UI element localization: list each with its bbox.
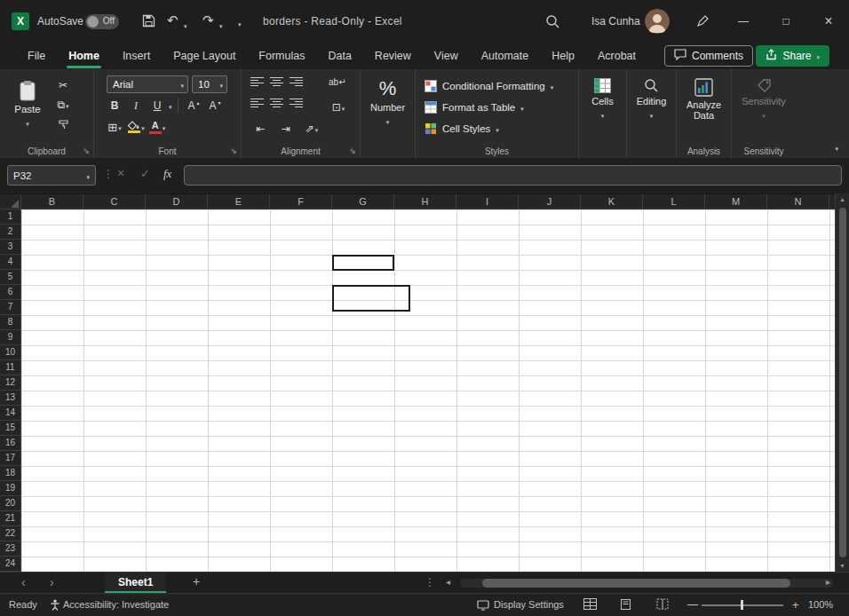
undo-dropdown-icon[interactable] [184, 19, 187, 31]
row-header[interactable]: 21 [0, 511, 20, 526]
comments-button[interactable]: Comments [664, 45, 753, 67]
zoom-out-button[interactable]: — [687, 598, 698, 611]
merge-dropdown-icon[interactable] [342, 101, 345, 114]
search-icon[interactable] [545, 14, 559, 31]
row-header[interactable]: 16 [0, 436, 20, 451]
top-align-button[interactable] [250, 77, 264, 86]
row-header[interactable]: 18 [0, 466, 20, 481]
scroll-left-icon[interactable]: ◂ [446, 577, 450, 587]
font-name-combobox[interactable]: Arial [107, 75, 188, 93]
insert-function-button[interactable]: fx [163, 167, 171, 181]
menubar-tab[interactable]: Help [540, 43, 586, 69]
row-header[interactable]: 1 [0, 209, 20, 225]
orientation-dropdown-icon[interactable] [315, 122, 319, 135]
cut-button[interactable]: ✂ [53, 76, 73, 94]
user-name[interactable]: Isa Cunha [591, 15, 640, 28]
orientation-button[interactable]: ⇗ [302, 120, 321, 138]
row-header[interactable]: 14 [0, 406, 20, 421]
borders-dropdown-icon[interactable] [118, 121, 122, 133]
row-header[interactable]: 19 [0, 481, 20, 496]
column-header[interactable]: N [767, 194, 829, 209]
avatar[interactable] [645, 9, 670, 34]
column-header[interactable]: G [332, 194, 394, 209]
font-color-button[interactable]: A [147, 118, 167, 136]
sheet-tab[interactable]: Sheet1 [105, 573, 166, 593]
vertical-scrollbar-thumb[interactable] [839, 208, 846, 557]
maximize-button[interactable]: □ [771, 0, 801, 43]
column-header[interactable]: J [519, 194, 581, 209]
row-header[interactable]: 11 [0, 360, 20, 375]
menubar-tab[interactable]: File [16, 43, 57, 69]
merge-center-button[interactable]: ⊡ [329, 99, 348, 116]
page-layout-view-button[interactable] [620, 598, 631, 612]
number-format-button[interactable]: % Number [361, 69, 415, 126]
excel-logo-icon[interactable]: X [12, 12, 29, 30]
prev-sheet-icon[interactable]: ‹ [21, 575, 26, 589]
format-as-table-button[interactable]: Format as Table [424, 98, 524, 117]
row-header[interactable]: 20 [0, 496, 20, 511]
row-header[interactable]: 3 [0, 240, 20, 255]
name-box-dropdown-icon[interactable] [86, 170, 90, 181]
menubar-tab[interactable]: Data [316, 43, 362, 69]
scroll-up-icon[interactable]: ▴ [836, 195, 849, 203]
row-header[interactable]: 7 [0, 300, 20, 315]
row-header[interactable]: 15 [0, 421, 20, 436]
borders-button[interactable]: ⊞ [105, 118, 124, 136]
underline-button[interactable]: U [147, 97, 167, 115]
page-break-view-button[interactable] [656, 598, 669, 612]
font-dialog-launcher[interactable] [230, 146, 237, 155]
fill-color-dropdown-icon[interactable] [141, 121, 145, 133]
menubar-tab[interactable]: Home [57, 43, 111, 69]
menubar-tab[interactable]: Page Layout [162, 43, 247, 69]
minimize-button[interactable]: — [728, 0, 758, 43]
horizontal-scrollbar-thumb[interactable] [482, 579, 790, 588]
close-button[interactable]: × [813, 0, 844, 43]
row-header[interactable]: 5 [0, 270, 20, 285]
row-header[interactable]: 4 [0, 255, 20, 270]
row-header[interactable]: 13 [0, 391, 20, 406]
vertical-scrollbar[interactable]: ▴ ▾ [835, 193, 849, 572]
clipboard-dialog-launcher[interactable] [83, 146, 90, 155]
zoom-in-button[interactable]: + [792, 598, 799, 612]
wrap-text-button[interactable]: ab↵ [329, 77, 346, 87]
name-box[interactable]: P32 [7, 165, 96, 186]
paste-button[interactable]: Paste [7, 75, 48, 140]
font-size-dropdown-icon[interactable] [219, 79, 223, 90]
accessibility-status[interactable]: Accessibility: Investigate [63, 599, 169, 610]
font-size-combobox[interactable]: 10 [192, 75, 227, 93]
scroll-right-icon[interactable]: ▸ [826, 577, 830, 587]
column-header[interactable]: B [21, 194, 83, 209]
menubar-tab[interactable]: Automate [470, 43, 541, 69]
menubar-tab[interactable]: Review [363, 43, 423, 69]
decrease-indent-button[interactable]: ⇤ [250, 120, 270, 138]
redo-button[interactable]: ↷ [202, 12, 214, 28]
fill-color-button[interactable] [126, 118, 146, 136]
cell-styles-button[interactable]: Cell Styles [424, 119, 499, 138]
menubar-tab[interactable]: View [423, 43, 470, 69]
normal-view-button[interactable] [583, 598, 597, 612]
align-right-button[interactable] [290, 99, 303, 107]
format-painter-button[interactable] [53, 115, 73, 133]
formula-bar-resize-handle[interactable]: ⋮ [103, 168, 114, 180]
alignment-dialog-launcher[interactable] [349, 146, 356, 155]
menubar-tab[interactable]: Insert [111, 43, 162, 69]
menubar-tab[interactable]: Formulas [247, 43, 316, 69]
column-header[interactable]: F [270, 194, 332, 209]
save-icon[interactable] [142, 14, 155, 30]
conditional-formatting-button[interactable]: Conditional Formatting [424, 76, 553, 96]
increase-indent-button[interactable]: ⇥ [276, 120, 296, 138]
bold-button[interactable]: B [105, 97, 124, 115]
row-header[interactable]: 22 [0, 526, 20, 541]
column-header[interactable]: D [146, 194, 208, 209]
row-header[interactable]: 17 [0, 451, 20, 466]
row-header[interactable]: 6 [0, 285, 20, 300]
add-sheet-button[interactable]: + [193, 574, 200, 588]
select-all-corner[interactable] [0, 194, 21, 209]
row-header[interactable]: 8 [0, 315, 20, 330]
column-header[interactable]: H [394, 194, 456, 209]
row-header[interactable]: 12 [0, 375, 20, 391]
column-header[interactable]: E [208, 194, 270, 209]
next-sheet-icon[interactable]: › [50, 575, 54, 589]
column-header[interactable]: K [581, 194, 643, 209]
display-settings-button[interactable]: Display Settings [494, 599, 564, 610]
